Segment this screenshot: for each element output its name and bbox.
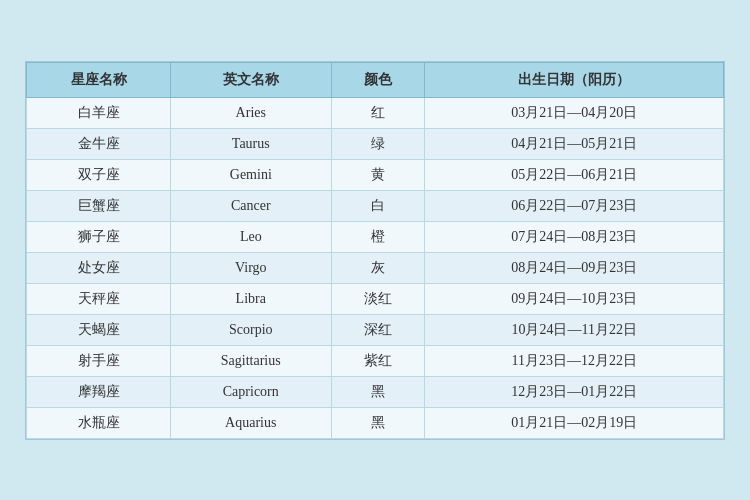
cell-chinese-name: 处女座: [27, 252, 171, 283]
cell-english-name: Libra: [171, 283, 332, 314]
table-row: 处女座Virgo灰08月24日—09月23日: [27, 252, 724, 283]
zodiac-table: 星座名称 英文名称 颜色 出生日期（阳历） 白羊座Aries红03月21日—04…: [26, 62, 724, 439]
cell-color: 黑: [331, 376, 425, 407]
cell-color: 黄: [331, 159, 425, 190]
cell-color: 灰: [331, 252, 425, 283]
cell-color: 白: [331, 190, 425, 221]
header-color: 颜色: [331, 62, 425, 97]
table-row: 水瓶座Aquarius黑01月21日—02月19日: [27, 407, 724, 438]
table-row: 摩羯座Capricorn黑12月23日—01月22日: [27, 376, 724, 407]
cell-english-name: Sagittarius: [171, 345, 332, 376]
cell-english-name: Taurus: [171, 128, 332, 159]
cell-color: 红: [331, 97, 425, 128]
cell-chinese-name: 天蝎座: [27, 314, 171, 345]
cell-english-name: Capricorn: [171, 376, 332, 407]
header-birth-date: 出生日期（阳历）: [425, 62, 724, 97]
table-row: 白羊座Aries红03月21日—04月20日: [27, 97, 724, 128]
cell-dates: 07月24日—08月23日: [425, 221, 724, 252]
cell-color: 黑: [331, 407, 425, 438]
cell-chinese-name: 狮子座: [27, 221, 171, 252]
cell-dates: 04月21日—05月21日: [425, 128, 724, 159]
cell-dates: 11月23日—12月22日: [425, 345, 724, 376]
cell-dates: 05月22日—06月21日: [425, 159, 724, 190]
table-header-row: 星座名称 英文名称 颜色 出生日期（阳历）: [27, 62, 724, 97]
cell-color: 淡红: [331, 283, 425, 314]
table-row: 狮子座Leo橙07月24日—08月23日: [27, 221, 724, 252]
cell-color: 深红: [331, 314, 425, 345]
cell-chinese-name: 白羊座: [27, 97, 171, 128]
cell-english-name: Leo: [171, 221, 332, 252]
cell-english-name: Scorpio: [171, 314, 332, 345]
cell-dates: 06月22日—07月23日: [425, 190, 724, 221]
cell-english-name: Gemini: [171, 159, 332, 190]
cell-chinese-name: 摩羯座: [27, 376, 171, 407]
table-row: 天蝎座Scorpio深红10月24日—11月22日: [27, 314, 724, 345]
cell-chinese-name: 巨蟹座: [27, 190, 171, 221]
cell-color: 紫红: [331, 345, 425, 376]
cell-english-name: Aquarius: [171, 407, 332, 438]
cell-dates: 01月21日—02月19日: [425, 407, 724, 438]
header-chinese-name: 星座名称: [27, 62, 171, 97]
cell-color: 橙: [331, 221, 425, 252]
cell-english-name: Aries: [171, 97, 332, 128]
cell-english-name: Virgo: [171, 252, 332, 283]
cell-chinese-name: 射手座: [27, 345, 171, 376]
table-row: 射手座Sagittarius紫红11月23日—12月22日: [27, 345, 724, 376]
cell-color: 绿: [331, 128, 425, 159]
cell-dates: 12月23日—01月22日: [425, 376, 724, 407]
cell-dates: 09月24日—10月23日: [425, 283, 724, 314]
cell-dates: 08月24日—09月23日: [425, 252, 724, 283]
table-row: 金牛座Taurus绿04月21日—05月21日: [27, 128, 724, 159]
header-english-name: 英文名称: [171, 62, 332, 97]
cell-dates: 03月21日—04月20日: [425, 97, 724, 128]
cell-chinese-name: 金牛座: [27, 128, 171, 159]
cell-chinese-name: 双子座: [27, 159, 171, 190]
table-row: 天秤座Libra淡红09月24日—10月23日: [27, 283, 724, 314]
cell-chinese-name: 天秤座: [27, 283, 171, 314]
cell-english-name: Cancer: [171, 190, 332, 221]
table-row: 双子座Gemini黄05月22日—06月21日: [27, 159, 724, 190]
cell-chinese-name: 水瓶座: [27, 407, 171, 438]
zodiac-table-container: 星座名称 英文名称 颜色 出生日期（阳历） 白羊座Aries红03月21日—04…: [25, 61, 725, 440]
cell-dates: 10月24日—11月22日: [425, 314, 724, 345]
table-row: 巨蟹座Cancer白06月22日—07月23日: [27, 190, 724, 221]
